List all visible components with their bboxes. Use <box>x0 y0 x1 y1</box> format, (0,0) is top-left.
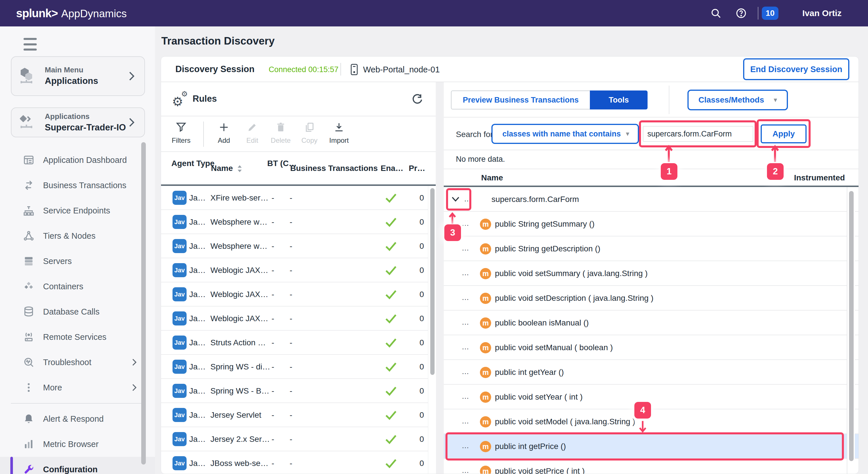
method-signature: public void setSummary ( java.lang.Strin… <box>495 269 648 278</box>
sidebar-item-troubleshoot[interactable]: Troubleshoot <box>0 350 155 375</box>
sidebar-item-servers[interactable]: Servers <box>0 248 155 274</box>
rules-scrollbar[interactable] <box>428 186 436 474</box>
col-bt[interactable]: BT (C… <box>267 158 290 169</box>
rule-row[interactable]: Jav Ja… Websphere w… - - 0 <box>161 210 436 234</box>
method-row[interactable]: … m public int getYear () <box>444 360 859 385</box>
apply-button[interactable]: Apply <box>761 124 807 143</box>
filters-button[interactable]: Filters <box>165 120 197 145</box>
method-row[interactable]: … m public void setSummary ( java.lang.S… <box>444 261 859 286</box>
sidebar-item-application-dashboard[interactable]: Application Dashboard <box>0 147 155 173</box>
rule-row[interactable]: Jav Ja… XFire web-ser… - - 0 <box>161 186 436 210</box>
search-icon[interactable] <box>710 7 722 20</box>
sidebar-item-tiers-nodes[interactable]: Tiers & Nodes <box>0 223 155 248</box>
sidebar-nav: Application Dashboard Business Transacti… <box>0 147 155 474</box>
rule-row[interactable]: Jav Ja… Weblogic JAX… - - 0 <box>161 258 436 283</box>
col-class-name[interactable]: Name <box>481 173 503 182</box>
priority-cell: 0 <box>414 217 424 227</box>
method-expander-dots[interactable]: … <box>462 466 469 474</box>
method-expander-dots[interactable]: … <box>462 417 469 425</box>
class-expander[interactable]: … <box>451 195 471 203</box>
sidebar-item-containers[interactable]: Containers <box>0 274 155 299</box>
col-instrumented[interactable]: Instrumented <box>794 173 845 182</box>
sidebar-scrollbar[interactable] <box>141 142 146 465</box>
sidebar-item-database-calls[interactable]: Database Calls <box>0 299 155 324</box>
method-expander-dots[interactable]: … <box>462 268 469 277</box>
method-expander-dots[interactable]: … <box>462 392 469 401</box>
application-menu-card[interactable]: Applications Supercar-Trader-IO <box>11 108 145 137</box>
method-row[interactable]: … m public void setDescription ( java.la… <box>444 286 859 310</box>
import-button[interactable]: Import <box>323 120 355 145</box>
method-row[interactable]: … m public void setYear ( int ) <box>444 385 859 409</box>
java-agent-badge: Jav <box>173 191 187 205</box>
rule-row[interactable]: Jav Ja… Weblogic JAX… - - 0 <box>161 283 436 306</box>
methods-scrollbar[interactable] <box>847 187 855 474</box>
help-icon[interactable] <box>735 7 747 20</box>
method-expander-dots[interactable]: … <box>462 318 469 327</box>
method-expander-dots[interactable]: … <box>462 293 469 302</box>
method-row[interactable]: … m public String getSummary () <box>444 212 859 236</box>
sidebar-item-remote-services[interactable]: Remote Services <box>0 324 155 350</box>
method-expander-dots[interactable]: … <box>462 343 469 351</box>
rule-name-cell: Spring WS - di… <box>210 362 270 372</box>
method-icon: m <box>480 342 491 353</box>
end-discovery-session-button[interactable]: End Discovery Session <box>743 58 849 80</box>
business-transactions-cell: - <box>290 290 292 299</box>
method-icon: m <box>480 441 491 452</box>
method-row[interactable]: … m public void setPrice ( int ) <box>444 459 859 474</box>
method-row-highlighted[interactable]: … m public int getPrice () <box>444 434 859 459</box>
method-signature: public String getDescription () <box>495 244 600 254</box>
sidebar-item-alert-respond[interactable]: Alert & Respond <box>0 406 155 432</box>
sort-icon[interactable] <box>236 164 243 174</box>
col-business-transactions[interactable]: Business Transactions <box>290 164 378 173</box>
user-menu[interactable]: Ivan Ortiz <box>802 8 842 18</box>
chevron-down-icon: ▼ <box>625 131 630 137</box>
hamburger-menu-icon[interactable] <box>24 38 37 51</box>
main-menu-card[interactable]: Main Menu Applications <box>11 56 145 96</box>
classes-methods-value: Classes/Methods <box>699 95 764 105</box>
search-value-input[interactable] <box>643 126 753 142</box>
method-expander-dots[interactable]: … <box>462 219 469 228</box>
add-button[interactable]: Add <box>208 120 240 145</box>
method-expander-dots[interactable]: … <box>462 244 469 253</box>
refresh-icon[interactable] <box>410 93 423 106</box>
method-row[interactable]: … m public void setModel ( java.lang.Str… <box>444 409 859 434</box>
sidebar-item-metric-browser[interactable]: Metric Browser <box>0 432 155 457</box>
sidebar-item-business-transactions[interactable]: Business Transactions <box>0 173 155 198</box>
main-menu-caption: Main Menu <box>45 65 83 75</box>
method-icon: m <box>480 466 491 474</box>
check-icon <box>384 434 398 444</box>
tab-tools[interactable]: Tools <box>590 90 648 110</box>
method-expander-dots[interactable]: … <box>462 367 469 376</box>
rule-row[interactable]: Jav Ja… Weblogic JAX… - - 0 <box>161 306 436 331</box>
rule-row[interactable]: Jav Ja… Websphere w… - - 0 <box>161 234 436 258</box>
sidebar-item-service-endpoints[interactable]: Service Endpoints <box>0 198 155 223</box>
classes-methods-dropdown[interactable]: Classes/Methods ▼ <box>687 90 788 110</box>
java-agent-badge: Jav <box>173 312 187 325</box>
rule-name-cell: Jersey Servlet <box>210 411 261 420</box>
chevron-down-icon: ▼ <box>772 97 778 103</box>
col-enabled[interactable]: Ena… <box>381 164 403 173</box>
sidebar-item-label: Application Dashboard <box>43 155 127 165</box>
class-row[interactable]: … supercars.form.CarForm <box>444 187 859 212</box>
rule-row[interactable]: Jav Ja… Jersey 2.x Ser… - - 0 <box>161 427 436 451</box>
check-icon <box>384 386 398 396</box>
notification-badge[interactable]: 10 <box>762 7 778 20</box>
agent-type-cell: Ja… <box>189 435 206 444</box>
method-row[interactable]: … m public boolean isManual () <box>444 310 859 335</box>
method-row[interactable]: … m public void setManual ( boolean ) <box>444 335 859 360</box>
rule-row[interactable]: Jav Ja… Spring WS - di… - - 0 <box>161 355 436 379</box>
sidebar-item-configuration[interactable]: Configuration <box>0 457 155 474</box>
rule-row[interactable]: Jav Ja… Spring WS - B… - - 0 <box>161 379 436 403</box>
col-agent-type[interactable]: Agent Type <box>172 158 203 169</box>
rule-row[interactable]: Jav Ja… JBoss web-se… - - 0 <box>161 451 436 474</box>
method-expander-dots[interactable]: … <box>462 441 469 450</box>
method-row[interactable]: … m public String getDescription () <box>444 236 859 261</box>
tab-preview-business-transactions[interactable]: Preview Business Transactions <box>451 90 590 110</box>
rule-row[interactable]: Jav Ja… Struts Action … - - 0 <box>161 331 436 355</box>
search-type-dropdown[interactable]: classes with name that contains ▼ <box>491 124 639 144</box>
col-priority[interactable]: Pr… <box>409 164 425 173</box>
sidebar-item-more[interactable]: More <box>0 375 155 400</box>
session-status: Connected 00:15:57 <box>269 65 338 74</box>
col-name[interactable]: Name <box>211 164 233 173</box>
rule-row[interactable]: Jav Ja… Jersey Servlet - - 0 <box>161 403 436 427</box>
